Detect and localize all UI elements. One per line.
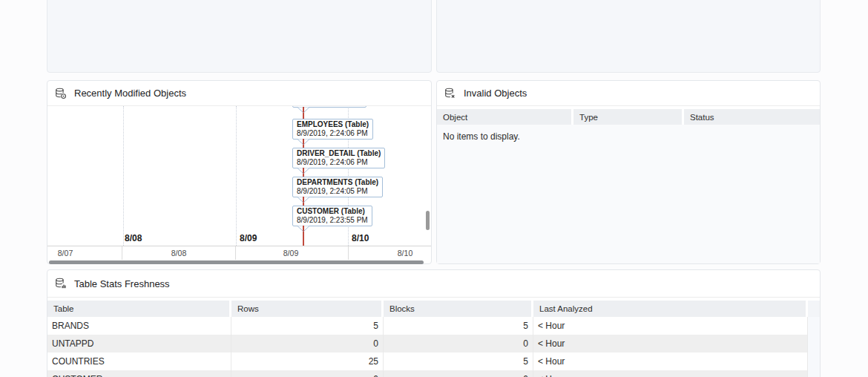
object-name: DEPARTMENTS (Table) (297, 178, 378, 187)
axis-label: 8/10 (398, 249, 412, 258)
table-row: COUNTRIES 25 5 < Hour (47, 353, 820, 370)
invalid-objects-empty-state: No items to display. (437, 125, 820, 263)
panel-title: Table Stats Freshness (74, 278, 170, 289)
invalid-objects-panel: Invalid Objects Object Type Status No it… (436, 80, 821, 264)
cell-table: CUSTOMER (47, 370, 231, 377)
column-header-rows[interactable]: Rows (231, 301, 381, 317)
axis-tick (235, 246, 236, 260)
timeline-callout-customer[interactable]: CUSTOMER (Table) 8/9/2019, 2:23:55 PM (292, 206, 372, 226)
axis-label: 8/09 (240, 233, 257, 243)
recently-modified-header: Recently Modified Objects (47, 81, 431, 106)
modified-objects-timeline: EMPLOYEES (Table) 8/9/2019, 2:24:06 PM D… (47, 106, 431, 246)
axis-tick (348, 246, 349, 260)
object-timestamp: 8/9/2019, 2:24:05 PM (297, 187, 378, 196)
cell-blocks: 0 (384, 335, 533, 353)
axis-label: 8/10 (352, 233, 369, 243)
panel-title: Recently Modified Objects (74, 88, 186, 99)
column-header-object[interactable]: Object (437, 109, 571, 125)
column-header-blocks[interactable]: Blocks (384, 301, 531, 317)
cell-table: BRANDS (47, 317, 231, 335)
axis-label: 8/07 (58, 249, 73, 258)
cell-last-analyzed: < Hour (533, 317, 808, 335)
cell-last-analyzed: < Hour (533, 335, 808, 353)
table-row: UNTAPPD 0 0 < Hour (47, 335, 820, 353)
cell-gutter (808, 317, 820, 335)
column-header-table[interactable]: Table (47, 301, 229, 317)
invalid-objects-column-header: Object Type Status (437, 109, 820, 125)
cell-rows: 25 (231, 353, 384, 370)
cell-gutter (808, 370, 820, 377)
cell-gutter (808, 353, 820, 370)
timeline-callout-departments[interactable]: DEPARTMENTS (Table) 8/9/2019, 2:24:05 PM (292, 177, 383, 197)
column-header-gutter (808, 301, 820, 317)
cell-blocks: 5 (384, 317, 533, 335)
table-stats-column-header: Table Rows Blocks Last Analyzed (47, 301, 820, 317)
callout-tail (297, 168, 309, 174)
timeline-vertical-scrollbar[interactable] (426, 211, 430, 230)
object-timestamp: 8/9/2019, 2:24:06 PM (297, 129, 369, 138)
cell-table: COUNTRIES (47, 353, 231, 370)
table-stats-freshness-panel: Table Stats Freshness Table Rows Blocks … (47, 269, 821, 377)
axis-label: 8/08 (171, 249, 186, 258)
axis-tick (122, 246, 122, 260)
column-header-type[interactable]: Type (573, 109, 682, 125)
table-row: CUSTOMER 0 0 < Hour (47, 370, 820, 377)
axis-label: 8/09 (283, 249, 298, 258)
database-modified-icon (55, 88, 67, 99)
object-name: EMPLOYEES (Table) (297, 120, 369, 129)
gridline (236, 106, 237, 246)
cell-rows: 5 (231, 317, 384, 335)
axis-label: 8/08 (125, 233, 142, 243)
cell-rows: 0 (231, 335, 384, 353)
callout-tail (297, 107, 309, 114)
callout-tail (297, 226, 309, 232)
recently-modified-objects-panel: Recently Modified Objects EMPLOYEES (Tab… (47, 80, 432, 264)
column-header-status[interactable]: Status (684, 109, 820, 125)
table-stats-header: Table Stats Freshness (47, 270, 820, 298)
callout-tail (297, 197, 309, 203)
timeline-horizontal-scrollbar[interactable] (49, 260, 424, 264)
top-right-panel (436, 0, 821, 73)
object-name: DRIVER_DETAIL (Table) (297, 149, 381, 158)
column-header-last-analyzed[interactable]: Last Analyzed (533, 301, 806, 317)
object-name: CUSTOMER (Table) (297, 207, 368, 216)
cell-table: UNTAPPD (47, 335, 231, 353)
top-left-panel (47, 0, 432, 73)
callout-tail (297, 139, 309, 145)
cell-blocks: 5 (384, 353, 533, 370)
gridline (123, 106, 124, 246)
cell-last-analyzed: < Hour (533, 370, 808, 377)
cell-last-analyzed: < Hour (533, 353, 808, 370)
timeline-callout-driver-detail[interactable]: DRIVER_DETAIL (Table) 8/9/2019, 2:24:06 … (292, 148, 385, 168)
panel-title: Invalid Objects (464, 88, 527, 99)
table-row: BRANDS 5 5 < Hour (47, 317, 820, 335)
object-timestamp: 8/9/2019, 2:23:55 PM (297, 216, 368, 225)
cell-blocks: 0 (384, 370, 533, 377)
database-invalid-icon (444, 88, 456, 99)
object-timestamp: 8/9/2019, 2:24:06 PM (297, 158, 381, 167)
timeline-callout-employees[interactable]: EMPLOYEES (Table) 8/9/2019, 2:24:06 PM (292, 119, 373, 140)
cell-gutter (808, 335, 820, 353)
database-stats-icon (55, 278, 67, 289)
timeline-overview-axis: 8/07 8/08 8/09 8/10 (47, 246, 431, 259)
cell-rows: 0 (231, 370, 384, 377)
invalid-objects-header: Invalid Objects (437, 81, 820, 106)
